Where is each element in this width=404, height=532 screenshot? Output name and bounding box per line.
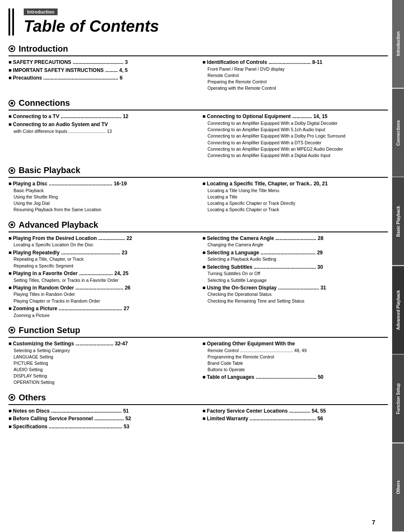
section-bullet-others <box>8 394 15 401</box>
section-title-advanced: Advanced Playback <box>19 220 98 230</box>
toc-item: ■ Zooming a Picture ....................… <box>8 305 194 319</box>
toc-item: ■ Notes on Discs .......................… <box>8 408 194 415</box>
toc-main: ■ Selecting the Camera Angle ...........… <box>202 235 324 242</box>
toc-sub: Remote Control <box>202 72 322 78</box>
side-tab-introduction[interactable]: Introduction <box>392 0 404 88</box>
function-right-col: ■ Operating Other Equipment With the Rem… <box>202 340 388 387</box>
others-right-col: ■ Factory Service Center Locations .....… <box>202 408 388 431</box>
basic-left-col: ■ Playing a Disc .......................… <box>8 180 194 214</box>
toc-sub: Turning Subtitles On or Off <box>202 270 323 276</box>
toc-sub: Brand Code Table <box>202 360 307 366</box>
toc-main: ■ Table of Languages ...................… <box>202 374 324 381</box>
side-tab-basic[interactable]: Basic Playback <box>392 177 404 265</box>
toc-sub: Preparing the Remote Control <box>202 79 322 85</box>
intro-left-col: ■ SAFETY PRECAUTIONS ...................… <box>8 59 194 92</box>
toc-main: ■ IMPORTANT SAFETY INSTRUCTIONS ........… <box>8 67 194 74</box>
header-section: Introduction Table of Contents <box>8 8 388 36</box>
toc-main: ■ Playing in Random Order ..............… <box>8 284 130 292</box>
toc-item: ■ Selecting Subtitles ..................… <box>202 264 388 284</box>
toc-sub: Using the Shuttle Ring <box>8 194 127 200</box>
toc-item: ■ Before Calling Service Personnel .....… <box>8 415 194 422</box>
basic-right-col: ■ Locating a Specific Title, Chapter, or… <box>202 180 388 214</box>
toc-item: ■ Playing in a Favorite Order ..........… <box>8 270 194 284</box>
toc-sub: Resuming Playback from the Same Location <box>8 207 127 212</box>
section-bullet-basic <box>8 167 15 174</box>
toc-main: ■ Identification of Controls ...........… <box>202 59 322 66</box>
toc-item: ■ Selecting a Language .................… <box>202 249 388 263</box>
section-advanced-playback: Advanced Playback ■ Playing From the Des… <box>8 220 388 320</box>
toc-item: ■ Operating Other Equipment With the Rem… <box>202 340 388 373</box>
section-bullet-advanced <box>8 221 15 228</box>
connections-left-col: ■ Connecting to a TV ...................… <box>8 113 194 160</box>
toc-main: ■ Customizing the Settings .............… <box>8 340 128 347</box>
toc-item: ■ Playing Repeatedly ...................… <box>8 249 194 269</box>
side-tab-others[interactable]: Others <box>392 444 404 532</box>
toc-item: ■ Playing From the Desired Location ....… <box>8 235 194 248</box>
toc-sub: Checking the Remaining Time and Setting … <box>202 298 326 304</box>
section-title-function: Function Setup <box>19 325 80 335</box>
section-bullet-intro <box>8 45 15 52</box>
toc-sub: DISPLAY Setting <box>8 373 128 379</box>
breadcrumb: Introduction <box>24 8 58 15</box>
toc-item: ■ Connecting to Optional Equipment .....… <box>202 113 388 159</box>
toc-main: ■ Specifications .......................… <box>8 423 194 430</box>
section-title-connections: Connections <box>19 98 70 108</box>
toc-sub: AUDIO Setting <box>8 367 128 372</box>
side-tab-connections[interactable]: Connections <box>392 89 404 177</box>
toc-main: ■ Operating Other Equipment With the <box>202 340 307 347</box>
side-tabs: Introduction Connections Basic Playback … <box>392 0 404 532</box>
toc-main: ■ Notes on Discs .......................… <box>8 408 194 415</box>
toc-sub: Locating a Specific Location On the Disc <box>8 242 132 248</box>
toc-sub: Setting Titles, Chapters, or Tracks in a… <box>8 277 128 283</box>
vbar-2 <box>12 8 14 36</box>
toc-sub: Checking the Operational Status <box>202 291 326 297</box>
toc-sub: Connecting to an Amplifier Equipped With… <box>202 133 346 139</box>
toc-sub: Locating a Specific Chapter or Track Dir… <box>202 200 328 206</box>
toc-main: ■ Using the On-Screen Display ..........… <box>202 284 326 292</box>
side-tab-advanced[interactable]: Advanced Playback <box>392 266 404 354</box>
toc-sub: PICTURE Setting <box>8 360 128 366</box>
toc-sub: Basic Playback <box>8 187 127 193</box>
section-basic-playback: Basic Playback ■ Playing a Disc ........… <box>8 165 388 214</box>
toc-item: ■ Identification of Controls ...........… <box>202 59 388 91</box>
toc-item: ■ Playing a Disc .......................… <box>8 180 194 213</box>
toc-main: ■ Before Calling Service Personnel .....… <box>8 415 194 422</box>
toc-item: ■ Using the On-Screen Display ..........… <box>202 284 388 304</box>
toc-sub: Selecting a Playback Audio Setting <box>202 256 323 262</box>
toc-sub: Locating a Title <box>202 194 328 200</box>
toc-sub: Connecting to an Amplifier Equipped With… <box>202 146 346 152</box>
toc-sub: Repeating a Title, Chapter, or Track <box>8 256 127 262</box>
toc-item: ■ Locating a Specific Title, Chapter, or… <box>202 180 388 213</box>
toc-sub: Connecting to an Amplifier Equipped With… <box>202 127 346 132</box>
vbar-1 <box>8 8 10 36</box>
toc-sub: Front Panel / Rear Panel / DVD display <box>202 66 322 72</box>
others-left-col: ■ Notes on Discs .......................… <box>8 408 194 431</box>
toc-main: ■ Limited Warranty .....................… <box>202 415 388 422</box>
toc-main: ■ Playing in a Favorite Order ..........… <box>8 270 128 277</box>
section-title-others: Others <box>19 393 46 402</box>
toc-sub: Connecting to an Amplifier Equipped With… <box>202 140 346 146</box>
toc-item: ■ Specifications .......................… <box>8 423 194 430</box>
toc-sub: OPERATION Setting <box>8 379 128 385</box>
toc-item: ■ Connecting to an Audio System and TV w… <box>8 121 194 135</box>
side-tab-function[interactable]: Function Setup <box>392 355 404 443</box>
toc-sub: Playing Titles in Random Order <box>8 291 130 297</box>
section-others: Others ■ Notes on Discs ................… <box>8 393 388 431</box>
toc-main: ■ Playing Repeatedly ...................… <box>8 249 127 256</box>
advanced-left-col: ■ Playing From the Desired Location ....… <box>8 235 194 320</box>
toc-item: ■ SAFETY PRECAUTIONS ...................… <box>8 59 194 66</box>
toc-main: ■ Locating a Specific Title, Chapter, or… <box>202 180 328 187</box>
toc-sub: Selecting a Setting Category <box>8 347 128 353</box>
toc-item: ■ Table of Languages ...................… <box>202 374 388 381</box>
toc-sub: Connecting to an Amplifier Equipped With… <box>202 152 346 158</box>
toc-main: ■ Connecting to an Audio System and TV <box>8 121 112 128</box>
section-title-basic: Basic Playback <box>19 165 80 175</box>
toc-sub: Zooming a Picture <box>8 312 129 318</box>
toc-item: ■ Limited Warranty .....................… <box>202 415 388 422</box>
toc-sub: Changing the Camera Angle <box>202 242 324 248</box>
toc-sub: Programming the Remote Control <box>202 354 307 360</box>
toc-main: ■ Selecting Subtitles ..................… <box>202 264 323 271</box>
toc-sub: Playing Chapter or Tracks in Random Orde… <box>8 298 130 304</box>
connections-right-col: ■ Connecting to Optional Equipment .....… <box>202 113 388 160</box>
toc-item: ■ IMPORTANT SAFETY INSTRUCTIONS ........… <box>8 67 194 74</box>
